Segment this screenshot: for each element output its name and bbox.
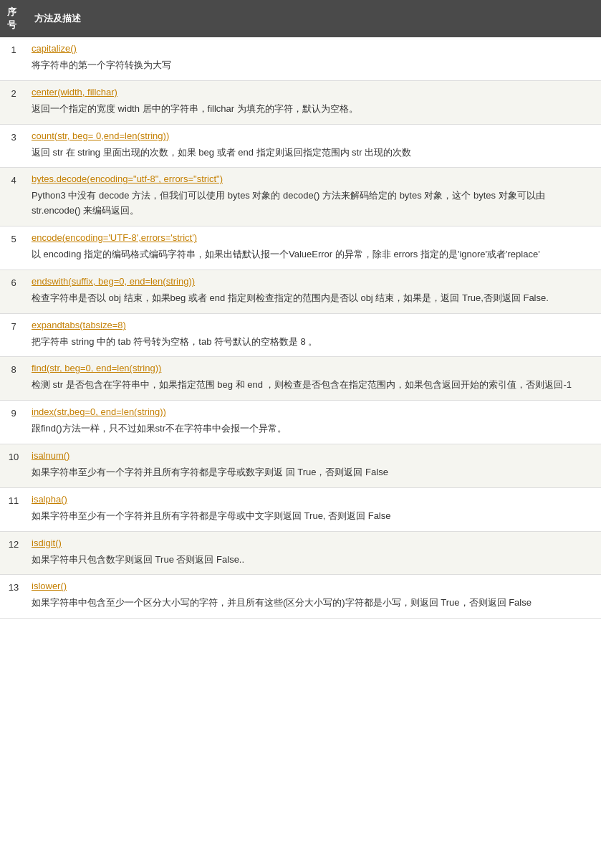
method-description: 以 encoding 指定的编码格式编码字符串，如果出错默认报一个ValueEr… [32,247,594,262]
row-description: center(width, fillchar)返回一个指定的宽度 width 居… [27,80,601,124]
method-link[interactable]: index(str,beg=0, end=len(string)) [32,406,594,417]
row-description: count(str, beg= 0,end=len(string))返回 str… [27,124,601,168]
method-description: Python3 中没有 decode 方法，但我们可以使用 bytes 对象的 … [32,189,594,219]
method-link[interactable]: isdigit() [32,538,594,548]
col-header-num: 序号 [0,0,27,37]
method-link[interactable]: expandtabs(tabsize=8) [32,320,594,330]
table-row: 5encode(encoding='UTF-8',errors='strict'… [0,226,601,270]
row-description: isalnum()如果字符串至少有一个字符并且所有字符都是字母或数字则返 回 T… [27,444,601,487]
method-link[interactable]: encode(encoding='UTF-8',errors='strict') [32,232,594,243]
method-description: 返回 str 在 string 里面出现的次数，如果 beg 或者 end 指定… [32,146,594,161]
method-description: 如果字符串中包含至少一个区分大小写的字符，并且所有这些(区分大小写的)字符都是小… [32,596,594,611]
table-row: 6endswith(suffix, beg=0, end=len(string)… [0,270,601,313]
row-description: encode(encoding='UTF-8',errors='strict')… [27,226,601,270]
table-row: 7expandtabs(tabsize=8)把字符串 string 中的 tab… [0,313,601,357]
table-row: 12isdigit()如果字符串只包含数字则返回 True 否则返回 False… [0,531,601,575]
table-header-row: 序号 方法及描述 [0,0,601,37]
row-number: 12 [0,531,27,575]
row-number: 5 [0,226,27,270]
methods-table: 序号 方法及描述 1capitalize()将字符串的第一个字符转换为大写2ce… [0,0,601,619]
method-link[interactable]: isalnum() [32,450,594,461]
row-number: 3 [0,124,27,168]
table-row: 2center(width, fillchar)返回一个指定的宽度 width … [0,80,601,124]
method-link[interactable]: islower() [32,581,594,591]
method-link[interactable]: isalpha() [32,494,594,505]
row-number: 13 [0,575,27,619]
table-row: 4bytes.decode(encoding="utf-8", errors="… [0,168,601,226]
method-description: 如果字符串至少有一个字符并且所有字符都是字母或数字则返 回 True，否则返回 … [32,465,594,480]
method-link[interactable]: center(width, fillchar) [32,87,594,97]
row-description: endswith(suffix, beg=0, end=len(string))… [27,270,601,313]
method-description: 如果字符串至少有一个字符并且所有字符都是字母或中文字则返回 True, 否则返回… [32,509,594,524]
row-description: expandtabs(tabsize=8)把字符串 string 中的 tab … [27,313,601,357]
method-description: 将字符串的第一个字符转换为大写 [32,58,594,73]
row-description: capitalize()将字符串的第一个字符转换为大写 [27,37,601,80]
row-number: 11 [0,487,27,531]
method-link[interactable]: capitalize() [32,43,594,54]
table-row: 8find(str, beg=0, end=len(string))检测 str… [0,357,601,401]
table-row: 1capitalize()将字符串的第一个字符转换为大写 [0,37,601,80]
row-description: islower()如果字符串中包含至少一个区分大小写的字符，并且所有这些(区分大… [27,575,601,619]
table-row: 9index(str,beg=0, end=len(string))跟find(… [0,401,601,444]
table-row: 13islower()如果字符串中包含至少一个区分大小写的字符，并且所有这些(区… [0,575,601,619]
row-number: 7 [0,313,27,357]
method-description: 跟find()方法一样，只不过如果str不在字符串中会报一个异常。 [32,421,594,437]
row-number: 10 [0,444,27,487]
method-link[interactable]: count(str, beg= 0,end=len(string)) [32,130,594,141]
row-number: 9 [0,401,27,444]
row-description: isalpha()如果字符串至少有一个字符并且所有字符都是字母或中文字则返回 T… [27,487,601,531]
method-description: 检查字符串是否以 obj 结束，如果beg 或者 end 指定则检查指定的范围内… [32,291,594,306]
row-number: 1 [0,37,27,80]
table-row: 11isalpha()如果字符串至少有一个字符并且所有字符都是字母或中文字则返回… [0,487,601,531]
row-number: 6 [0,270,27,313]
row-number: 8 [0,357,27,401]
row-description: find(str, beg=0, end=len(string))检测 str … [27,357,601,401]
row-number: 2 [0,80,27,124]
method-link[interactable]: endswith(suffix, beg=0, end=len(string)) [32,276,594,287]
row-number: 4 [0,168,27,226]
table-row: 10isalnum()如果字符串至少有一个字符并且所有字符都是字母或数字则返 回… [0,444,601,487]
method-description: 如果字符串只包含数字则返回 True 否则返回 False.. [32,553,594,568]
method-description: 把字符串 string 中的 tab 符号转为空格，tab 符号默认的空格数是 … [32,335,594,350]
col-header-desc: 方法及描述 [27,0,601,37]
method-link[interactable]: find(str, beg=0, end=len(string)) [32,363,594,373]
row-description: bytes.decode(encoding="utf-8", errors="s… [27,168,601,226]
row-description: index(str,beg=0, end=len(string))跟find()… [27,401,601,444]
table-row: 3count(str, beg= 0,end=len(string))返回 st… [0,124,601,168]
method-description: 检测 str 是否包含在字符串中，如果指定范围 beg 和 end ，则检查是否… [32,378,594,393]
method-description: 返回一个指定的宽度 width 居中的字符串，fillchar 为填充的字符，默… [32,102,594,117]
row-description: isdigit()如果字符串只包含数字则返回 True 否则返回 False.. [27,531,601,575]
method-link[interactable]: bytes.decode(encoding="utf-8", errors="s… [32,173,594,184]
